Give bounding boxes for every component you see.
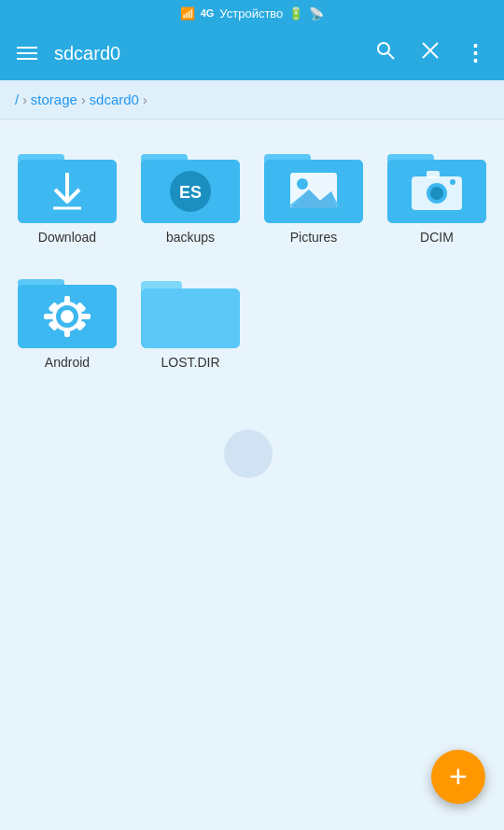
folder-backups-label: backups <box>166 230 215 245</box>
svg-point-0 <box>378 43 389 54</box>
status-battery-icon: 🔋 <box>288 7 303 21</box>
folder-android-icon <box>16 267 119 351</box>
folder-dcim-label: DCIM <box>420 230 454 245</box>
fab-add-button[interactable]: + <box>431 750 485 804</box>
folder-lostdir-label: LOST.DIR <box>161 355 219 370</box>
top-bar-title: sdcard0 <box>54 43 357 64</box>
top-bar: sdcard0 ⋮ <box>0 26 504 80</box>
folder-pictures-icon <box>262 142 365 226</box>
folder-android-label: Android <box>45 355 90 370</box>
menu-button[interactable] <box>11 41 43 65</box>
folder-dcim[interactable]: DCIM <box>377 134 497 252</box>
folder-android[interactable]: Android <box>7 260 127 377</box>
search-button[interactable] <box>369 34 402 73</box>
breadcrumb-sdcard[interactable]: sdcard0 <box>90 91 139 107</box>
folder-pictures-label: Pictures <box>290 230 338 245</box>
close-button[interactable] <box>413 34 447 73</box>
folder-download[interactable]: Download <box>7 134 127 252</box>
folder-lostdir-icon <box>139 267 242 351</box>
svg-rect-33 <box>64 328 70 337</box>
svg-point-18 <box>297 178 308 190</box>
svg-line-1 <box>388 53 394 59</box>
folder-pictures[interactable]: Pictures <box>254 134 373 252</box>
svg-point-31 <box>61 310 74 323</box>
breadcrumb-sep1: › <box>22 92 27 107</box>
more-button[interactable]: ⋮ <box>458 35 493 72</box>
svg-rect-42 <box>141 288 240 348</box>
folder-lostdir[interactable]: LOST.DIR <box>131 260 250 377</box>
file-grid: Download ES backups <box>0 120 504 392</box>
folder-download-icon <box>16 142 119 226</box>
svg-rect-25 <box>427 171 440 178</box>
breadcrumb-root[interactable]: / <box>15 91 19 107</box>
breadcrumb: / › storage › sdcard0 › <box>0 80 504 120</box>
status-sim-icon: 📶 <box>180 7 195 21</box>
svg-point-26 <box>450 179 455 185</box>
status-title: Устройство <box>219 7 283 21</box>
breadcrumb-sep2: › <box>81 92 86 107</box>
breadcrumb-storage[interactable]: storage <box>31 91 77 107</box>
status-bar: 📶 4G Устройство 🔋 📡 <box>0 0 504 26</box>
svg-rect-32 <box>64 296 70 305</box>
svg-rect-35 <box>81 314 91 319</box>
folder-backups-icon: ES <box>139 142 242 226</box>
svg-text:ES: ES <box>179 183 202 202</box>
svg-rect-34 <box>44 314 53 319</box>
folder-dcim-icon <box>385 142 488 226</box>
folder-download-label: Download <box>38 230 96 245</box>
scroll-indicator <box>224 429 273 478</box>
fab-plus-icon: + <box>449 760 468 792</box>
breadcrumb-sep3: › <box>143 92 147 107</box>
svg-point-24 <box>430 187 443 200</box>
folder-backups[interactable]: ES backups <box>131 134 250 252</box>
status-signal-icon: 📡 <box>309 7 324 21</box>
status-4g-icon: 4G <box>201 7 215 19</box>
